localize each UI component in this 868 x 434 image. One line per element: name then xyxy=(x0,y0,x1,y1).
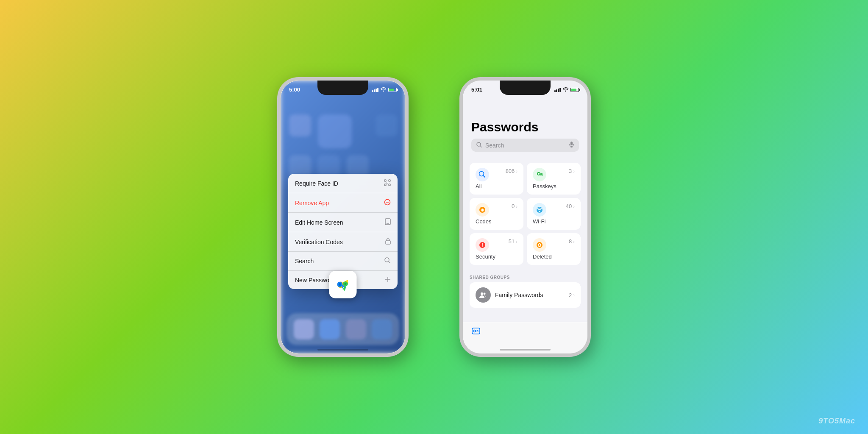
status-icons-phone2 xyxy=(554,87,579,93)
dock xyxy=(287,313,399,345)
card-all[interactable]: 806 › All xyxy=(470,163,523,195)
security-label: Security xyxy=(476,253,517,260)
menu-label-remove-app: Remove App xyxy=(295,200,329,206)
search-bar-icon xyxy=(476,142,482,149)
wifi-label: Wi-Fi xyxy=(533,218,575,225)
minus-circle-icon xyxy=(384,199,391,207)
card-wifi[interactable]: 40 › Wi-Fi xyxy=(527,198,581,230)
card-passkeys[interactable]: 3 › Passkeys xyxy=(527,163,581,195)
card-codes[interactable]: ⊕ 0 › Codes xyxy=(470,198,523,230)
microphone-icon xyxy=(569,142,574,149)
security-chevron: › xyxy=(516,239,517,244)
family-passwords-name: Family Passwords xyxy=(495,292,565,298)
svg-rect-40 xyxy=(540,175,541,175)
wifi-card-icon xyxy=(533,203,546,217)
passwords-app-screen: 5:01 Passwords xyxy=(463,81,587,353)
tab-passwords[interactable] xyxy=(471,326,481,338)
menu-label-edit-home-screen: Edit Home Screen xyxy=(295,219,343,226)
time-phone1: 5:00 xyxy=(289,86,300,93)
menu-item-remove-app[interactable]: Remove App xyxy=(288,193,398,213)
card-deleted[interactable]: 8 › Deleted xyxy=(527,233,581,265)
all-icon xyxy=(476,168,489,181)
home-indicator-phone2 xyxy=(500,349,551,351)
svg-point-47 xyxy=(537,242,542,248)
deleted-icon xyxy=(533,238,546,252)
passwords-app-icon xyxy=(329,271,357,298)
passkeys-label: Passkeys xyxy=(533,183,575,189)
svg-rect-38 xyxy=(540,173,543,175)
svg-point-37 xyxy=(538,173,540,175)
svg-point-49 xyxy=(484,293,486,295)
svg-line-30 xyxy=(480,146,482,147)
svg-point-48 xyxy=(481,292,483,295)
battery-icon-2 xyxy=(570,88,579,92)
all-chevron: › xyxy=(516,169,517,174)
card-security[interactable]: ! 51 › Security xyxy=(470,233,523,265)
codes-icon: ⊕ xyxy=(476,203,489,217)
passwords-grid: 806 › All xyxy=(463,163,587,265)
phone-1: 5:00 Req xyxy=(277,77,409,357)
menu-item-search[interactable]: Search xyxy=(288,252,398,271)
passkeys-icon xyxy=(533,168,546,181)
shared-groups-label: SHARED GROUPS xyxy=(470,275,581,280)
svg-line-35 xyxy=(483,175,485,177)
svg-rect-3 xyxy=(389,184,390,186)
deleted-chevron: › xyxy=(573,239,575,244)
passkeys-count: 3 xyxy=(569,168,572,174)
menu-item-edit-home-screen[interactable]: Edit Home Screen xyxy=(288,213,398,232)
codes-count: 0 xyxy=(512,203,515,209)
all-count: 806 xyxy=(506,168,515,174)
deleted-count: 8 xyxy=(569,238,572,245)
svg-rect-10 xyxy=(386,241,390,244)
all-label: All xyxy=(476,183,517,189)
status-bar-phone2: 5:01 xyxy=(463,81,587,95)
family-passwords-count: 2 › xyxy=(569,292,575,298)
face-id-icon xyxy=(384,179,391,187)
menu-label-search: Search xyxy=(295,258,314,264)
time-phone2: 5:01 xyxy=(471,86,482,93)
security-icon: ! xyxy=(476,238,489,252)
svg-text:!: ! xyxy=(481,242,483,248)
security-count: 51 xyxy=(509,238,515,245)
status-bar-phone1: 5:00 xyxy=(281,81,405,95)
menu-item-verification-codes[interactable]: Verification Codes xyxy=(288,232,398,252)
plus-icon xyxy=(385,276,391,284)
svg-text:⊕: ⊕ xyxy=(481,208,484,212)
status-icons-phone1 xyxy=(372,87,397,93)
search-icon xyxy=(384,257,391,265)
svg-point-11 xyxy=(385,258,389,262)
search-placeholder: Search xyxy=(485,142,566,149)
menu-label-require-face-id: Require Face ID xyxy=(295,180,338,187)
svg-point-51 xyxy=(474,330,476,332)
passkeys-chevron: › xyxy=(573,169,575,174)
svg-rect-2 xyxy=(384,184,386,186)
svg-rect-31 xyxy=(570,142,573,145)
menu-label-new-password: New Password xyxy=(295,277,334,284)
family-passwords-card[interactable]: Family Passwords 2 › xyxy=(470,282,581,308)
codes-chevron: › xyxy=(516,204,517,209)
shared-groups-section: SHARED GROUPS Family Passwords xyxy=(463,275,587,308)
phone-screen-icon xyxy=(385,218,391,226)
family-chevron: › xyxy=(573,292,575,298)
wifi-count: 40 xyxy=(566,203,572,209)
passwords-app-icon-container[interactable] xyxy=(329,271,357,298)
passwords-header: Passwords Search xyxy=(463,95,587,163)
battery-icon xyxy=(388,88,397,92)
home-indicator-phone1 xyxy=(317,349,368,351)
svg-rect-0 xyxy=(384,180,386,181)
wifi-icon xyxy=(381,87,386,93)
wifi-icon-2 xyxy=(563,87,568,93)
codes-label: Codes xyxy=(476,218,517,225)
signal-icon xyxy=(372,88,378,92)
menu-item-require-face-id[interactable]: Require Face ID xyxy=(288,174,398,193)
passwords-app-title: Passwords xyxy=(471,120,579,134)
svg-point-44 xyxy=(539,211,540,212)
search-bar[interactable]: Search xyxy=(471,139,579,152)
wifi-chevron: › xyxy=(573,204,575,209)
svg-line-12 xyxy=(389,262,390,263)
signal-icon-2 xyxy=(554,88,561,92)
family-passwords-info: Family Passwords xyxy=(495,292,565,298)
deleted-label: Deleted xyxy=(533,253,575,260)
lock-icon xyxy=(385,238,391,246)
svg-point-29 xyxy=(477,142,481,146)
